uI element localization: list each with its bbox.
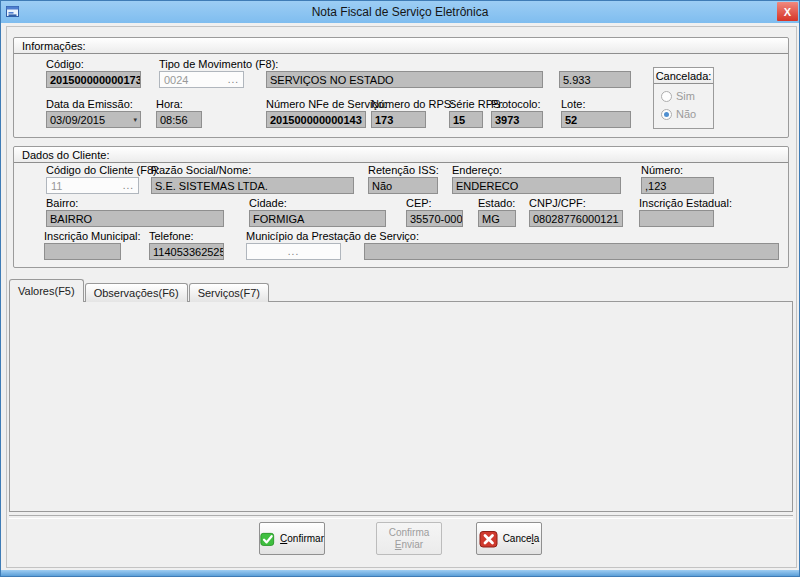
estado-field-group: Estado: MG	[478, 197, 516, 227]
data-emissao-value: 03/09/2015	[50, 114, 105, 126]
retencao-iss-field: Não	[368, 177, 438, 194]
cidade-field-group: Cidade: FORMIGA	[249, 197, 386, 227]
data-emissao-field-group: Data da Emissão: 03/09/2015 ▾	[46, 98, 141, 128]
telefone-label: Telefone:	[149, 230, 224, 242]
inscricao-estadual-field-group: Inscrição Estadual:	[639, 197, 714, 227]
serie-rps-label: Série RPS:	[449, 98, 483, 110]
lote-field-group: Lote: 52	[561, 98, 631, 128]
extra-value-group: 5.933	[559, 71, 631, 88]
tipo-movimento-lookup[interactable]: 0024 ...	[159, 71, 244, 88]
inscricao-municipal-field-group: Inscrição Municipal:	[44, 230, 121, 260]
lote-label: Lote:	[561, 98, 631, 110]
serie-rps-field-group: Série RPS: 15	[449, 98, 483, 128]
telefone-field: 114053362525	[149, 243, 224, 260]
tipo-movimento-desc-field: SERVIÇOS NO ESTADO	[266, 71, 543, 88]
cnpj-field-group: CNPJ/CPF: 08028776000121	[529, 197, 623, 227]
data-emissao-label: Data da Emissão:	[46, 98, 141, 110]
endereco-label: Endereço:	[452, 164, 621, 176]
codigo-label: Código:	[46, 58, 141, 70]
numero-field-group: Número: ,123	[641, 164, 714, 194]
ellipsis-icon[interactable]: ...	[288, 247, 299, 257]
cancela-button[interactable]: Cancela	[476, 522, 542, 555]
codigo-field-group: Código: 201500000000173	[46, 58, 141, 88]
dados-cliente-title: Dados do Cliente:	[14, 147, 788, 163]
codigo-field: 201500000000173	[46, 71, 141, 88]
extra-value-field: 5.933	[559, 71, 631, 88]
telefone-field-group: Telefone: 114053362525	[149, 230, 224, 260]
radio-nao[interactable]: Não	[661, 108, 713, 120]
municipio-prestacao-desc-group	[364, 243, 779, 260]
bairro-label: Bairro:	[46, 197, 224, 209]
confirma-enviar-label: Confirma Enviar	[389, 527, 430, 551]
codigo-cliente-field-group: Código do Cliente (F8): 11 ...	[46, 164, 139, 194]
bairro-field-group: Bairro: BAIRRO	[46, 197, 224, 227]
retencao-iss-field-group: Retenção ISS: Não	[368, 164, 438, 194]
serie-rps-field: 15	[449, 111, 483, 128]
inscricao-estadual-label: Inscrição Estadual:	[639, 197, 714, 209]
app-icon	[6, 5, 20, 19]
nfse-window: Nota Fiscal de Serviço Eletrônica X Info…	[0, 0, 800, 577]
data-emissao-combo[interactable]: 03/09/2015 ▾	[46, 111, 141, 128]
codigo-cliente-lookup[interactable]: 11 ...	[46, 177, 139, 194]
footer-divider	[9, 515, 793, 519]
rps-field-group: Número do RPS: 173	[371, 98, 426, 128]
radio-nao-label: Não	[676, 108, 696, 120]
rps-label: Número do RPS:	[371, 98, 426, 110]
protocolo-field-group: Protocolo: 3973	[491, 98, 543, 128]
close-icon[interactable]: X	[777, 2, 798, 21]
valores-tab-panel	[9, 301, 793, 512]
tipo-movimento-label: Tipo de Movimento (F8):	[159, 58, 244, 70]
ellipsis-icon[interactable]: ...	[123, 181, 134, 191]
hora-label: Hora:	[156, 98, 202, 110]
tab-valores[interactable]: Valores(F5)	[9, 279, 84, 302]
window-title: Nota Fiscal de Serviço Eletrônica	[312, 5, 489, 19]
lote-field: 52	[561, 111, 631, 128]
cancelada-group: Cancelada: Sim Não	[653, 67, 714, 129]
cnpj-field: 08028776000121	[529, 210, 623, 227]
titlebar: Nota Fiscal de Serviço Eletrônica X	[1, 1, 799, 23]
numero-field: ,123	[641, 177, 714, 194]
codigo-cliente-value: 11	[51, 180, 62, 192]
cep-field: 35570-000	[406, 210, 463, 227]
nfe-field-group: Número NFe de Serviço: 201500000000143	[266, 98, 366, 128]
razao-social-field: S.E. SISTEMAS LTDA.	[151, 177, 354, 194]
protocolo-label: Protocolo:	[491, 98, 543, 110]
x-icon	[479, 529, 499, 549]
inscricao-municipal-label: Inscrição Municipal:	[44, 230, 121, 242]
ellipsis-icon[interactable]: ...	[228, 75, 239, 85]
municipio-prestacao-lookup[interactable]: ...	[246, 243, 341, 260]
radio-sim-icon[interactable]	[661, 91, 672, 102]
municipio-prestacao-field-group: Município da Prestação de Serviço: ...	[246, 230, 341, 260]
endereco-field-group: Endereço: ENDERECO	[452, 164, 621, 194]
retencao-iss-label: Retenção ISS:	[368, 164, 438, 176]
radio-sim-label: Sim	[676, 90, 695, 102]
radio-nao-icon[interactable]	[661, 109, 672, 120]
radio-sim[interactable]: Sim	[661, 90, 713, 102]
municipio-prestacao-label: Município da Prestação de Serviço:	[246, 230, 341, 242]
check-icon	[260, 529, 276, 549]
cep-label: CEP:	[406, 197, 463, 209]
tipo-movimento-field-group: Tipo de Movimento (F8): 0024 ...	[159, 58, 244, 88]
window-bottom-border	[1, 570, 799, 576]
hora-field: 08:56	[156, 111, 202, 128]
chevron-down-icon[interactable]: ▾	[133, 116, 137, 124]
confirmar-button[interactable]: Confirmar	[259, 522, 325, 555]
tab-servicos[interactable]: Serviços(F7)	[189, 283, 269, 302]
cancela-label: Cancela	[503, 533, 540, 544]
estado-field: MG	[478, 210, 516, 227]
nfe-label: Número NFe de Serviço:	[266, 98, 366, 110]
hora-field-group: Hora: 08:56	[156, 98, 202, 128]
cancelada-title: Cancelada:	[654, 68, 713, 84]
tab-bar: Valores(F5) Observações(F6) Serviços(F7)	[9, 279, 270, 302]
cidade-field: FORMIGA	[249, 210, 386, 227]
confirma-enviar-button[interactable]: Confirma Enviar	[376, 522, 442, 555]
protocolo-field: 3973	[491, 111, 543, 128]
tab-observacoes[interactable]: Observações(F6)	[85, 283, 188, 302]
cidade-label: Cidade:	[249, 197, 386, 209]
rps-field: 173	[371, 111, 426, 128]
inscricao-municipal-field	[44, 243, 121, 260]
municipio-prestacao-desc-field	[364, 243, 779, 260]
numero-label: Número:	[641, 164, 714, 176]
confirmar-label: Confirmar	[280, 533, 324, 544]
cep-field-group: CEP: 35570-000	[406, 197, 463, 227]
